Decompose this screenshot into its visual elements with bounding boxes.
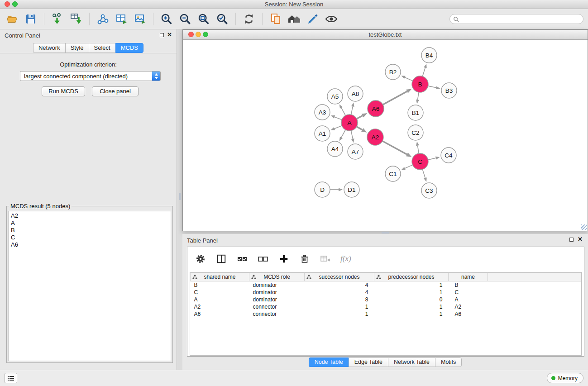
zoom-out-button[interactable]: [177, 11, 193, 27]
column-header-successor-nodes[interactable]: successor nodes: [305, 273, 374, 281]
open-session-button[interactable]: [5, 11, 20, 27]
mcds-result-item[interactable]: A: [9, 219, 171, 227]
graph-edge[interactable]: [428, 86, 436, 88]
function-builder-button-disabled[interactable]: f(x): [340, 253, 351, 265]
graph-edge[interactable]: [422, 169, 425, 178]
pane-divider-grip[interactable]: [382, 232, 389, 234]
column-header-shared-name[interactable]: shared name: [191, 273, 249, 281]
delete-table-button-disabled[interactable]: [320, 253, 331, 265]
graph-edge[interactable]: [405, 165, 412, 168]
graph-edge-arrow-icon: [406, 152, 412, 157]
tab-motifs[interactable]: Motifs: [435, 357, 462, 367]
close-window-button[interactable]: [188, 32, 194, 37]
graph-edge[interactable]: [383, 91, 407, 105]
tab-network-table[interactable]: Network Table: [388, 357, 435, 367]
add-column-button[interactable]: [278, 253, 290, 265]
mcds-result-item[interactable]: C: [9, 234, 171, 241]
select-columns-button[interactable]: [215, 253, 227, 265]
column-header-mcds-role[interactable]: MCDS role: [249, 273, 305, 281]
float-panel-icon[interactable]: [160, 33, 164, 37]
table-cell-filler: [488, 289, 582, 296]
toggle-visibility-button[interactable]: [324, 11, 339, 27]
duplicate-pages-button[interactable]: [268, 11, 283, 27]
export-image-button[interactable]: [132, 11, 148, 27]
search-input[interactable]: [461, 15, 583, 23]
trash-icon: [300, 254, 310, 264]
mcds-result-item[interactable]: A2: [9, 212, 171, 219]
close-window-button[interactable]: [5, 1, 10, 7]
graph-edge-arrow-icon: [339, 137, 343, 141]
deselect-all-button[interactable]: [257, 253, 269, 265]
import-table-button[interactable]: [68, 11, 84, 27]
refresh-button[interactable]: [241, 11, 257, 27]
column-header-filler: [488, 273, 582, 281]
export-table-button[interactable]: [114, 11, 129, 27]
style-brush-button[interactable]: [305, 11, 320, 27]
graph-edge[interactable]: [382, 141, 407, 155]
search-box[interactable]: [449, 14, 583, 24]
mcds-result-item[interactable]: A6: [9, 241, 171, 248]
close-panel-icon[interactable]: ✕: [167, 31, 172, 38]
minimize-window-button[interactable]: [196, 32, 201, 37]
zoom-selected-button[interactable]: [215, 11, 230, 27]
close-panel-button[interactable]: Close panel: [92, 86, 139, 96]
graph-edge[interactable]: [351, 131, 353, 139]
graph-edge-arrow-icon: [351, 138, 354, 143]
tab-mcds[interactable]: MCDS: [115, 43, 143, 53]
network-window-titlebar: testGlobe.txt: [183, 30, 588, 40]
pane-divider-grip[interactable]: [179, 193, 181, 200]
table-row[interactable]: Adominator80A: [191, 296, 582, 303]
table-row[interactable]: A6connector11A6: [191, 310, 582, 318]
new-network-button[interactable]: [95, 11, 110, 27]
graph-edge[interactable]: [418, 92, 419, 100]
graph-edge[interactable]: [335, 126, 342, 129]
import-network-button[interactable]: [50, 11, 65, 27]
zoom-fit-button[interactable]: [196, 11, 211, 27]
column-header-predecessor-nodes[interactable]: predecessor nodes: [374, 273, 449, 281]
table-row[interactable]: A2connector11A2: [191, 303, 582, 310]
show-panels-button[interactable]: [5, 373, 17, 383]
column-header-label: predecessor nodes: [388, 274, 434, 280]
graph-edge[interactable]: [341, 130, 345, 138]
zoom-in-button[interactable]: [159, 11, 174, 27]
memory-button[interactable]: Memory: [547, 373, 583, 383]
graph-edge[interactable]: [357, 127, 363, 130]
toolbar-separator: [262, 13, 263, 25]
run-mcds-button[interactable]: Run MCDS: [42, 86, 85, 96]
network-canvas[interactable]: B4B2BB3A5A8A6B1A3AC2A1A2A4A7C4CC1C3DD1: [183, 40, 588, 231]
table-cell: A2: [449, 303, 488, 310]
optimization-criterion-select[interactable]: largest connected component (directed): [20, 71, 161, 81]
graph-edge[interactable]: [417, 146, 419, 154]
window-resize-grip[interactable]: [581, 224, 587, 230]
graph-edge[interactable]: [357, 116, 363, 119]
graph-edge[interactable]: [428, 158, 436, 160]
delete-button[interactable]: [299, 253, 311, 265]
table-settings-button[interactable]: [195, 253, 206, 265]
graph-edge[interactable]: [405, 77, 412, 81]
table-row[interactable]: Bdominator41B: [191, 281, 582, 289]
zoom-window-button[interactable]: [203, 32, 208, 37]
graph-edge[interactable]: [422, 68, 425, 76]
select-all-button[interactable]: [236, 253, 248, 265]
table-cell: 1: [374, 310, 449, 318]
graph-edge[interactable]: [341, 108, 345, 115]
close-panel-icon[interactable]: ✕: [578, 236, 583, 243]
float-panel-icon[interactable]: [569, 238, 574, 242]
column-header-name[interactable]: name: [449, 273, 488, 281]
network-home-button[interactable]: [287, 11, 302, 27]
tab-network[interactable]: Network: [33, 43, 65, 53]
tab-edge-table[interactable]: Edge Table: [349, 357, 388, 367]
tab-select[interactable]: Select: [89, 43, 115, 53]
graph-edge-arrow-icon: [339, 105, 343, 109]
graph-edge[interactable]: [335, 117, 342, 119]
graph-node-label: A2: [372, 134, 379, 141]
brush-icon: [307, 13, 319, 25]
mcds-result-list[interactable]: A2ABCA6: [8, 211, 171, 361]
graph-edge[interactable]: [351, 106, 353, 114]
save-session-button[interactable]: [23, 11, 38, 27]
tab-node-table[interactable]: Node Table: [309, 357, 349, 367]
table-row[interactable]: Cdominator41C: [191, 289, 582, 296]
mcds-result-item[interactable]: B: [9, 227, 171, 234]
tab-style[interactable]: Style: [65, 43, 89, 53]
zoom-window-button[interactable]: [12, 1, 18, 7]
